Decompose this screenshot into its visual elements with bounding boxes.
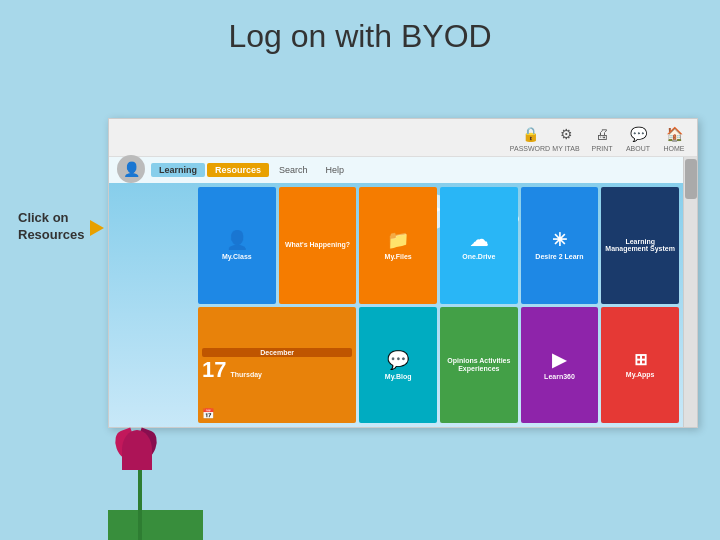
nav-resources[interactable]: Resources bbox=[207, 163, 269, 177]
tile-onedrive[interactable]: ☁ One.Drive bbox=[440, 187, 518, 304]
nav-search[interactable]: Search bbox=[271, 163, 316, 177]
calendar-weekday: Thursday bbox=[230, 371, 262, 378]
tile-d2l[interactable]: ✳ Desire 2 Learn bbox=[521, 187, 599, 304]
learn360-icon: ▶ bbox=[552, 349, 566, 371]
click-instruction: Click onResources bbox=[18, 210, 84, 244]
tile-opinions[interactable]: Opinions Activities Experiences bbox=[440, 307, 518, 424]
tile-whats-happening[interactable]: What's Happening? bbox=[279, 187, 357, 304]
nav-learning[interactable]: Learning bbox=[151, 163, 205, 177]
tile-myblog[interactable]: 💬 My.Blog bbox=[359, 307, 437, 424]
myblog-icon: 💬 bbox=[387, 349, 409, 371]
d2l-icon: ✳ bbox=[552, 229, 567, 251]
calendar-day: 17 bbox=[202, 359, 226, 381]
tile-myapps[interactable]: ⊞ My.Apps bbox=[601, 307, 679, 424]
topbar-myitab[interactable]: ⚙ MY ITAB bbox=[551, 123, 581, 153]
portal-scrollbar[interactable] bbox=[683, 157, 697, 427]
flower-decoration bbox=[108, 182, 203, 540]
topbar-home[interactable]: 🏠 HOME bbox=[659, 123, 689, 153]
calendar-month-label: December bbox=[202, 348, 352, 357]
topbar-about[interactable]: 💬 ABOUT bbox=[623, 123, 653, 153]
tile-myfiles[interactable]: 📁 My.Files bbox=[359, 187, 437, 304]
topbar-print[interactable]: 🖨 PRINT bbox=[587, 123, 617, 153]
myfiles-icon: 📁 bbox=[387, 229, 409, 251]
tile-lms[interactable]: Learning Management System bbox=[601, 187, 679, 304]
tile-myclass[interactable]: 👤 My.Class bbox=[198, 187, 276, 304]
page-title: Log on with BYOD bbox=[0, 0, 720, 65]
topbar-password[interactable]: 🔒 PASSWORD bbox=[515, 123, 545, 153]
onedrive-icon: ☁ bbox=[470, 229, 488, 251]
calendar-icon: 📅 bbox=[202, 408, 214, 419]
tile-learn360[interactable]: ▶ Learn360 bbox=[521, 307, 599, 424]
myapps-icon: ⊞ bbox=[634, 350, 647, 369]
arrow-icon bbox=[90, 220, 104, 236]
nav-help[interactable]: Help bbox=[318, 163, 353, 177]
myclass-icon: 👤 bbox=[226, 229, 248, 251]
user-avatar: 👤 bbox=[117, 155, 145, 183]
portal-navbar: 👤 Learning Resources Search Help bbox=[109, 157, 697, 183]
tile-calendar[interactable]: December 17 Thursday 📅 bbox=[198, 307, 356, 424]
portal-topbar: 🔒 PASSWORD ⚙ MY ITAB 🖨 PRINT 💬 ABOUT 🏠 H… bbox=[109, 119, 697, 157]
scrollbar-thumb[interactable] bbox=[685, 159, 697, 199]
tiles-grid: 👤 My.Class What's Happening? 📁 My.Files … bbox=[194, 183, 683, 427]
